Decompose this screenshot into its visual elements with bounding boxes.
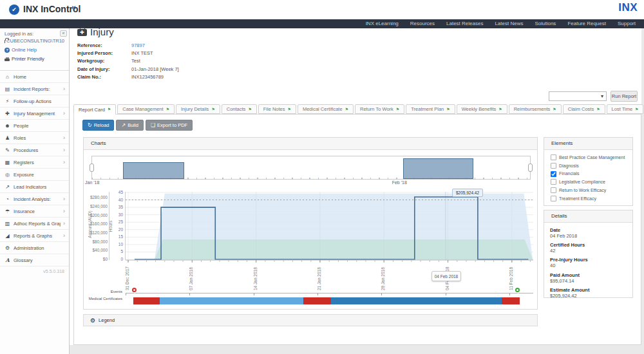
sidebar-item-registers[interactable]: ▦Registers› [0, 156, 69, 169]
detail-value: 42 [550, 248, 627, 254]
chart-icon: ↗ [121, 122, 126, 128]
x-axis-date-label: 28 Jan 2018 [381, 261, 387, 290]
tab-reimbursements[interactable]: Reimbursements⚑ [509, 104, 562, 114]
element-option-label: Financials [559, 171, 580, 176]
sidebar-item-home[interactable]: ⌂Home [0, 71, 69, 83]
event-pin-green [515, 288, 520, 292]
sidebar-item-people[interactable]: ☻People [0, 120, 69, 132]
sidebar-item-incident-reports[interactable]: ▤Incident Reports:› [0, 83, 69, 95]
legend-toggle-bar[interactable]: ⚙ Legend [83, 314, 538, 326]
medical-certificate-segment-lightblue [160, 297, 303, 304]
field-label: Date of Injury: [77, 66, 131, 74]
sidebar-item-administration[interactable]: ⚙Administration [0, 242, 69, 254]
report-dropdown[interactable]: ▾ [549, 91, 607, 101]
sidebar-item-roles[interactable]: ♟Roles› [0, 132, 69, 144]
document-icon: ❏ [151, 122, 155, 128]
top-nav-link[interactable]: Feature Request [562, 19, 612, 28]
charts-panel: Charts Events Medical Certificates Jan '… [83, 137, 538, 310]
tab-claim-costs[interactable]: Claim Costs⚑ [563, 104, 605, 114]
tab-medical-certificate[interactable]: Medical Certificate⚑ [298, 104, 354, 114]
sidebar-item-procedures[interactable]: ✎Procedures› [0, 144, 69, 156]
element-option-label: Treatment Efficacy [559, 196, 596, 201]
export-pdf-button[interactable]: ❏ Export to PDF [146, 120, 193, 131]
tab-label: Medical Certificate [303, 106, 343, 112]
hours-axis-tick: 0 [115, 257, 123, 261]
element-checkbox[interactable] [551, 154, 556, 160]
sidebar-item-glossary[interactable]: AGlossary [0, 254, 69, 266]
tab-injury-details[interactable]: Injury Details⚑ [176, 104, 220, 114]
procedures-icon: ✎ [4, 147, 11, 153]
top-nav-link[interactable]: Latest News [489, 19, 529, 28]
detail-row: Certified Hours42 [550, 242, 627, 254]
online-help-link[interactable]: Online Help [12, 47, 37, 53]
incontrol-logo-icon: ✔ [9, 5, 19, 15]
details-rows: Date04 Feb 2018Certified Hours42Pre-Inju… [544, 223, 632, 306]
amount-axis-tick: $280,000 [84, 195, 108, 200]
tab-report-card[interactable]: Report Card⚑ [73, 104, 116, 115]
reload-button[interactable]: ↻ Reload [82, 120, 114, 131]
field-value: 01-Jan-2018 [Week 7] [131, 66, 179, 74]
top-nav-link[interactable]: INX eLearning [360, 19, 404, 28]
element-checkbox[interactable] [551, 196, 556, 201]
top-nav-link[interactable]: Latest Releases [440, 19, 489, 28]
field-value: INX TEST [131, 50, 153, 58]
element-checkbox[interactable] [551, 163, 556, 169]
tab-lost-time[interactable]: Lost Time⚑ [607, 104, 644, 114]
sidebar-item-lead-indicators[interactable]: ↗Lead Indicators [0, 181, 69, 193]
green-flag-icon: ⚑ [635, 107, 638, 111]
navigator-right-handle[interactable] [528, 163, 533, 172]
charts-body: Events Medical Certificates Jan '18Feb '… [84, 150, 537, 297]
injury-summary-fields: Reference:97897Injured Person:INX TESTWo… [77, 42, 179, 82]
elements-options: Best Practice Case ManagementDiagnosisFi… [544, 150, 632, 206]
sidebar-item-injury-management[interactable]: ✚Injury Management› [0, 107, 69, 120]
sidebar-item-insurance[interactable]: ☂Insurance› [0, 205, 69, 218]
tab-contacts[interactable]: Contacts⚑ [222, 104, 257, 114]
build-label: Build [128, 122, 138, 128]
chart-navigator[interactable] [91, 156, 531, 180]
tab-case-management[interactable]: Case Management⚑ [117, 104, 175, 114]
tab-label: Contacts [227, 106, 246, 112]
injury-case-icon: ✚ [77, 29, 87, 36]
double-chevron-icon[interactable]: » [70, 6, 79, 10]
sidebar-item-reports-graphs[interactable]: ◢Reports & Graphs› [0, 230, 69, 242]
field-label: Reference: [77, 42, 131, 50]
green-flag-icon: ⚑ [596, 107, 600, 111]
element-checkbox[interactable] [551, 179, 556, 185]
sidebar-item-label: Incident Reports: [14, 86, 61, 92]
refresh-icon: ↻ [88, 122, 92, 128]
element-checkbox[interactable] [551, 171, 556, 176]
build-button[interactable]: ↗ Build [116, 120, 143, 131]
username-link[interactable]: CUBECONSULTING\TR10 [6, 38, 64, 44]
amount-axis-tick: $80,000 [84, 239, 108, 244]
run-report-button[interactable]: Run Report [611, 91, 638, 102]
detail-row: Date04 Feb 2018 [550, 227, 627, 239]
top-nav-link[interactable]: Solutions [529, 19, 562, 28]
hours-axis-tick: 45 [115, 190, 123, 194]
green-flag-icon: ⚑ [108, 107, 111, 111]
tab-label: Report Card [79, 107, 105, 113]
inx-brand-logo: INX [618, 1, 638, 14]
sidebar-item-label: Follow-up Actions [14, 98, 65, 104]
sidebar-collapse-button[interactable]: « [60, 30, 67, 37]
tab-weekly-benefits[interactable]: Weekly Benefits⚑ [457, 104, 507, 114]
tab-return-to-work[interactable]: Return To Work⚑ [355, 104, 404, 114]
element-option: Diagnosis [549, 162, 627, 170]
medical-certificates-row-label: Medical Certificates [84, 297, 122, 301]
element-checkbox[interactable] [551, 187, 556, 193]
sidebar-item-follow-up-actions[interactable]: ⚡Follow-up Actions [0, 95, 69, 107]
amount-axis-tick: $40,000 [84, 248, 108, 252]
top-nav-link[interactable]: Support [612, 19, 641, 28]
sidebar-item-incident-analysis[interactable]: ◔Incident Analysis:› [0, 193, 69, 205]
detail-value: $205,924.42 [550, 293, 627, 299]
sidebar-item-exposure[interactable]: ◎Exposure [0, 169, 69, 181]
tab-file-notes[interactable]: File Notes⚑ [258, 104, 296, 114]
tab-treatment-plan[interactable]: Treatment Plan⚑ [406, 104, 455, 114]
detail-value: 40 [550, 263, 627, 268]
printer-friendly-link[interactable]: Printer Friendly [12, 56, 44, 62]
top-nav-link[interactable]: Resources [404, 19, 440, 28]
sidebar-item-adhoc-reports-graphs[interactable]: ▥Adhoc Reports & Graphs› [0, 218, 69, 230]
navigator-left-handle[interactable] [90, 163, 94, 172]
element-option: Treatment Efficacy [549, 194, 627, 203]
detail-row: Estimate Amount$205,924.42 [550, 287, 627, 299]
reference-link[interactable]: 97897 [131, 42, 145, 50]
